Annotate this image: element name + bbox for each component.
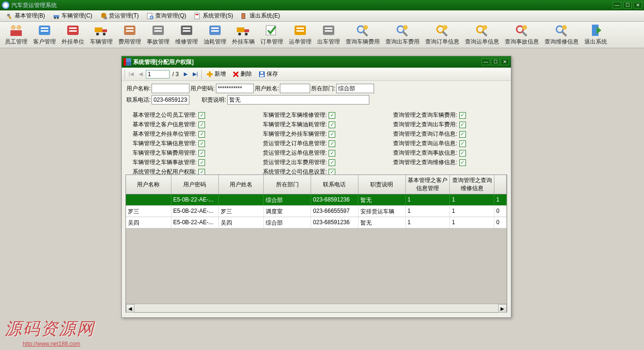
perm-checkbox[interactable]: ✓ [329, 112, 335, 119]
tool-door[interactable]: 退出系统 [581, 23, 610, 47]
save-button[interactable]: 保存 [256, 70, 281, 78]
tool-truck[interactable]: 车辆管理 [87, 23, 116, 47]
add-button[interactable]: 新增 [204, 70, 229, 78]
prev-record-button[interactable]: ◀ [136, 70, 145, 79]
phone-input[interactable] [152, 95, 189, 105]
tool-check[interactable]: 订单管理 [258, 23, 286, 47]
svg-point-51 [397, 26, 404, 33]
dialog-close-button[interactable]: ✕ [501, 59, 509, 65]
perm-item: 车辆管理之车辆费用管理:✓ [125, 149, 246, 157]
calc-icon [151, 24, 166, 37]
perm-checkbox[interactable]: ✓ [329, 159, 335, 166]
menu-tools[interactable]: 基本管理(B) [2, 10, 49, 21]
tool-find6[interactable]: 查询维修信息 [542, 23, 581, 47]
perm-checkbox[interactable]: ✓ [198, 112, 205, 119]
save-label: 保存 [267, 70, 278, 78]
first-record-button[interactable]: |◀ [127, 70, 135, 79]
perm-checkbox[interactable]: ✓ [459, 131, 466, 138]
perm-label: 基本管理之客户信息管理: [125, 121, 197, 129]
delete-button[interactable]: 删除 [230, 70, 255, 78]
duty-input[interactable] [227, 95, 369, 105]
tool-book[interactable]: 费用管理 [116, 23, 144, 47]
scroll-left-button[interactable]: ◀ [126, 304, 134, 313]
tool-mail[interactable]: 运单管理 [286, 23, 314, 47]
menu-system[interactable]: 系统管理(S) [190, 10, 237, 21]
perm-checkbox[interactable]: ✓ [459, 122, 466, 128]
perm-checkbox[interactable]: ✓ [459, 159, 466, 166]
tool-form[interactable]: 油耗管理 [201, 23, 229, 47]
tool-find2[interactable]: 查询出车费用 [383, 23, 422, 47]
perm-checkbox[interactable]: ✓ [198, 140, 205, 147]
grid-header-cell[interactable]: 基本管理之客户信息管理 [406, 175, 450, 194]
perm-checkbox[interactable]: ✓ [198, 159, 205, 166]
app-icon [2, 1, 9, 9]
table-row[interactable]: 罗三E5-0B-22-AE-...罗三调度室023-66655597安排货运车辆… [126, 206, 507, 217]
dept-input[interactable] [336, 84, 374, 93]
tool-find[interactable]: 查询车辆费用 [343, 23, 383, 47]
tool-house[interactable]: 外挂单位 [59, 23, 87, 47]
grid-header-cell[interactable]: 用户密码 [171, 175, 219, 194]
grid-header-cell[interactable]: 用户名称 [126, 175, 171, 194]
perm-item: 基本管理之公司员工管理:✓ [125, 111, 246, 119]
minimize-button[interactable]: — [613, 2, 621, 9]
svg-point-24 [103, 33, 106, 35]
tool-globe[interactable]: 客户管理 [30, 23, 59, 47]
perm-checkbox[interactable]: ✓ [329, 150, 335, 157]
dialog-titlebar[interactable]: 系统管理[分配用户权限] — ☐ ✕ [122, 56, 511, 68]
grid-header-cell[interactable]: 查询管理之查询维修信息 [450, 175, 494, 194]
username-input[interactable] [152, 84, 189, 93]
table-row[interactable]: 吴四E5-0B-22-AE-...吴四综合部023-68591236暂无110 [126, 217, 507, 228]
horizontal-scrollbar[interactable]: ◀ ▶ [126, 304, 507, 312]
tool-find4[interactable]: 查询运单信息 [462, 23, 502, 47]
menu-car[interactable]: 车辆管理(C) [49, 10, 96, 21]
perm-checkbox[interactable]: ✓ [329, 131, 335, 138]
tool-gear[interactable]: 出车管理 [314, 23, 343, 47]
svg-rect-71 [260, 72, 263, 74]
menu-exit[interactable]: 退出系统(E) [237, 10, 284, 21]
form-area: 用户名称: 用户密码: 用户姓名: 所在部门: 联系电话: 职责说明: [122, 81, 511, 109]
close-button[interactable]: ✕ [634, 2, 642, 9]
perm-checkbox[interactable]: ✓ [459, 112, 466, 119]
tool-label: 事故管理 [147, 38, 170, 46]
dialog-maximize-button[interactable]: ☐ [491, 59, 500, 65]
perm-label: 车辆管理之车辆维修管理: [256, 111, 327, 119]
grid-header-cell[interactable]: 用户姓名 [219, 175, 264, 194]
tool-calc[interactable]: 事故管理 [144, 23, 172, 47]
scroll-track[interactable] [134, 304, 498, 312]
last-record-button[interactable]: ▶| [191, 70, 199, 79]
page-input[interactable] [146, 70, 170, 79]
perm-checkbox[interactable]: ✓ [459, 140, 466, 147]
grid-cell: 0 [494, 206, 507, 217]
grid-header-cell[interactable]: 联系电话 [311, 175, 358, 194]
realname-input[interactable] [280, 84, 310, 93]
scroll-right-button[interactable]: ▶ [498, 304, 507, 313]
table-row[interactable]: E5-0B-22-AE-...综合部023-68591236暂无111 [126, 194, 507, 206]
perm-checkbox[interactable]: ✓ [459, 150, 466, 157]
perm-checkbox[interactable]: ✓ [198, 131, 205, 138]
tool-users[interactable]: 员工管理 [2, 23, 30, 47]
tool-truck2[interactable]: 外挂车辆 [229, 23, 258, 47]
tool-label: 订单管理 [260, 38, 283, 46]
maximize-button[interactable]: ☐ [623, 2, 632, 9]
dialog-minimize-button[interactable]: — [482, 59, 490, 65]
next-record-button[interactable]: ▶ [181, 70, 190, 79]
grid-body[interactable]: E5-0B-22-AE-...综合部023-68591236暂无111罗三E5-… [126, 194, 507, 304]
perm-checkbox[interactable]: ✓ [198, 150, 205, 157]
grid-cell: 023-68591236 [311, 217, 358, 228]
menu-freight[interactable]: 货运管理(T) [96, 10, 143, 21]
svg-point-39 [238, 33, 241, 35]
grid-header-cell[interactable]: 所在部门 [264, 175, 311, 194]
tool-wrench[interactable]: 维修管理 [172, 23, 201, 47]
tool-find3[interactable]: 查询订单信息 [422, 23, 462, 47]
perm-checkbox[interactable]: ✓ [329, 122, 335, 128]
duty-label: 职责说明: [201, 96, 227, 104]
grid-cell: 安排货运车辆 [358, 206, 406, 217]
grid-header-cell[interactable] [494, 175, 507, 194]
password-input[interactable] [216, 84, 254, 93]
menu-search[interactable]: 查询管理(Q) [143, 10, 190, 21]
grid-cell: 罗三 [126, 206, 171, 217]
grid-header-cell[interactable]: 职责说明 [358, 175, 406, 194]
tool-find5[interactable]: 查询事故信息 [502, 23, 542, 47]
perm-checkbox[interactable]: ✓ [198, 122, 205, 128]
perm-checkbox[interactable]: ✓ [329, 140, 335, 147]
